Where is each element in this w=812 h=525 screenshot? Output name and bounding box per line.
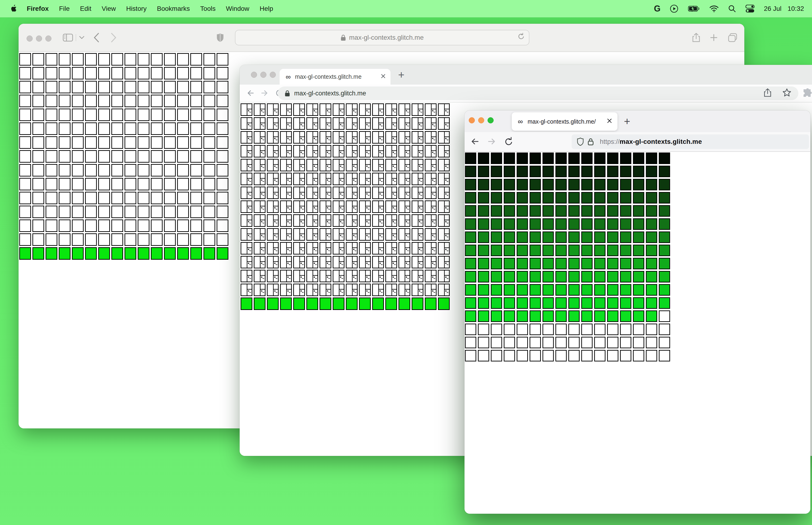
broken-image-icon (307, 160, 318, 170)
canvas-cell (190, 206, 202, 218)
menu-edit[interactable]: Edit (80, 5, 91, 13)
canvas-cell (59, 220, 71, 232)
menu-window[interactable]: Window (226, 5, 249, 13)
canvas-cell (478, 350, 489, 361)
new-tab-button[interactable]: + (397, 70, 406, 79)
tab-close-icon[interactable] (607, 118, 612, 125)
extensions-puzzle-icon[interactable] (802, 88, 812, 99)
broken-image-icon (267, 118, 278, 129)
canvas-cell (346, 228, 357, 241)
apple-menu-icon[interactable] (10, 5, 16, 13)
menubar-clock[interactable]: 10:32 (787, 5, 804, 13)
reload-icon[interactable] (504, 136, 514, 148)
canvas-cell (85, 67, 97, 79)
canvas-cell (478, 218, 489, 230)
reload-icon[interactable] (518, 32, 525, 42)
back-icon[interactable] (245, 88, 255, 99)
active-app-name[interactable]: Firefox (27, 5, 49, 13)
safari-url-bar[interactable]: max-gl-contexts.glitch.me (235, 30, 530, 45)
new-tab-button[interactable]: + (623, 117, 632, 126)
wifi-icon[interactable] (709, 5, 719, 13)
sidebar-chevron-down-icon[interactable] (79, 36, 85, 40)
menu-help[interactable]: Help (260, 5, 273, 13)
canvas-cell (359, 284, 371, 296)
canvas-cell (46, 81, 57, 93)
firefox-url-bar[interactable]: https://max-gl-contexts.glitch.me (572, 134, 809, 149)
broken-image-icon (294, 174, 304, 184)
canvas-cell (203, 136, 215, 149)
menu-tools[interactable]: Tools (200, 5, 215, 13)
canvas-cell (267, 131, 279, 144)
canvas-cell (217, 53, 228, 65)
back-icon[interactable] (93, 33, 99, 44)
canvas-cell (151, 220, 163, 232)
chrome-url-bar[interactable]: max-gl-contexts.glitch.me (278, 87, 798, 100)
zoom-button[interactable] (270, 72, 276, 78)
minimize-button[interactable] (260, 72, 266, 78)
canvas-cell (98, 150, 110, 163)
canvas-cell (385, 284, 397, 296)
minimize-button[interactable] (478, 117, 484, 123)
zoom-button[interactable] (488, 117, 494, 123)
zoom-button[interactable] (45, 35, 51, 42)
spotlight-search-icon[interactable] (728, 5, 736, 13)
menu-bookmarks[interactable]: Bookmarks (157, 5, 190, 13)
canvas-cell (581, 337, 593, 348)
sidebar-toggle-icon[interactable] (63, 34, 73, 43)
menu-history[interactable]: History (126, 5, 147, 13)
firefox-active-tab[interactable]: ∞ max-gl-contexts.glitch.me/ (512, 112, 617, 131)
canvas-cell (98, 234, 110, 246)
canvas-cell (478, 271, 489, 283)
privacy-shield-icon[interactable] (216, 33, 224, 43)
canvas-cell (306, 270, 318, 282)
play-circle-icon[interactable] (670, 4, 678, 13)
canvas-cell (32, 192, 44, 204)
canvas-cell (398, 256, 410, 268)
canvas-cell (19, 206, 31, 218)
menu-view[interactable]: View (102, 5, 116, 13)
new-tab-icon[interactable] (710, 34, 718, 43)
tab-close-icon[interactable] (381, 73, 386, 80)
canvas-cell (346, 270, 357, 282)
canvas-cell (465, 311, 476, 322)
canvas-cell (620, 311, 631, 322)
chrome-active-tab[interactable]: ∞ max-gl-contexts.glitch.me (280, 69, 390, 85)
close-button[interactable] (251, 72, 257, 78)
lock-icon (341, 34, 346, 41)
minimize-button[interactable] (36, 35, 42, 42)
canvas-cell (164, 53, 176, 65)
close-button[interactable] (469, 117, 475, 123)
canvas-cell (568, 152, 580, 164)
canvas-cell (177, 122, 189, 135)
canvas-cell (607, 297, 618, 309)
broken-image-icon (373, 174, 383, 184)
forward-icon[interactable] (260, 88, 270, 99)
canvas-cell (280, 145, 292, 158)
canvas-cell (491, 231, 502, 243)
canvas-cell (217, 136, 228, 149)
broken-image-icon (373, 215, 383, 226)
canvas-cell (46, 122, 57, 135)
tab-overview-icon[interactable] (727, 33, 737, 44)
battery-charging-icon[interactable] (688, 5, 700, 13)
back-icon[interactable] (470, 136, 480, 148)
canvas-cell (581, 297, 593, 309)
canvas-cell (32, 164, 44, 177)
canvas-cell (124, 247, 136, 260)
control-center-icon[interactable] (746, 5, 754, 13)
canvas-cell (32, 53, 44, 65)
forward-icon[interactable] (111, 33, 117, 44)
bookmark-star-icon[interactable] (782, 88, 791, 99)
menubar-date[interactable]: 26 Jul (764, 5, 781, 13)
canvas-cell (620, 218, 631, 230)
broken-image-icon (281, 270, 291, 282)
canvas-cell (217, 206, 228, 218)
canvas-cell (85, 234, 97, 246)
canvas-cell (491, 166, 502, 177)
menu-file[interactable]: File (59, 5, 70, 13)
google-g-icon[interactable]: G (654, 4, 660, 14)
share-icon[interactable] (692, 33, 700, 44)
share-icon[interactable] (764, 88, 771, 99)
forward-icon[interactable] (487, 136, 497, 148)
close-button[interactable] (27, 35, 33, 42)
